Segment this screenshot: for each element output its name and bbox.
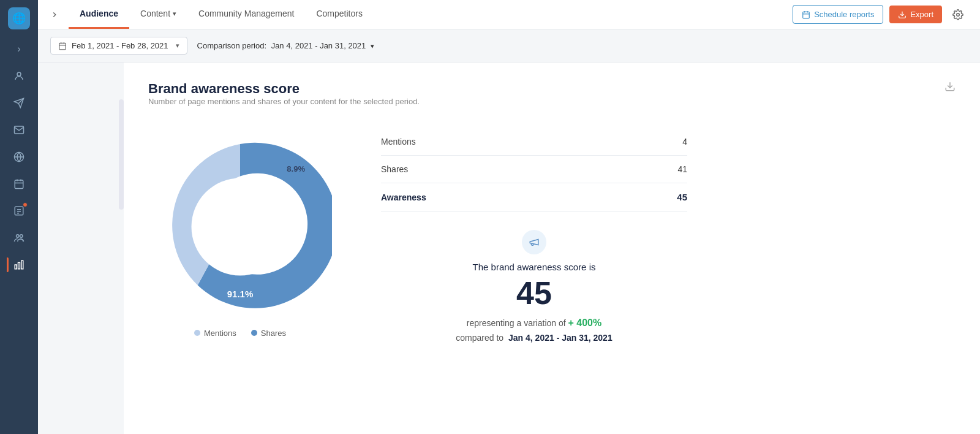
svg-rect-25 — [59, 43, 66, 50]
comparison-chevron-icon[interactable]: ▾ — [371, 42, 374, 50]
svg-rect-6 — [15, 180, 23, 189]
svg-point-15 — [20, 235, 23, 238]
left-panel — [38, 63, 124, 434]
sidebar-item-calendar[interactable] — [7, 172, 31, 196]
shares-value: 41 — [677, 164, 687, 174]
tab-content[interactable]: Content ▾ — [129, 0, 187, 29]
shares-legend-label: Shares — [261, 329, 286, 338]
schedule-reports-button[interactable]: Schedule reports — [793, 5, 883, 24]
donut-shares-label: 91.1% — [227, 289, 254, 299]
sidebar-item-analytics[interactable] — [7, 253, 31, 277]
date-range-value: Feb 1, 2021 - Feb 28, 2021 — [72, 41, 168, 50]
awareness-score-value: 45 — [381, 277, 687, 309]
variation-prefix: representing a variation of — [467, 318, 566, 328]
schedule-reports-label: Schedule reports — [814, 10, 874, 19]
svg-point-0 — [17, 72, 21, 76]
export-button[interactable]: Export — [889, 6, 942, 23]
tab-competitors[interactable]: Competitors — [305, 0, 373, 29]
date-picker-chevron-icon: ▾ — [176, 42, 179, 50]
comparison-text: compared to Jan 4, 2021 - Jan 31, 2021 — [381, 331, 687, 345]
content-chevron-icon: ▾ — [173, 10, 176, 18]
donut-chart: 8.9% 91.1% — [148, 135, 332, 319]
awareness-score-title: The brand awareness score is — [381, 262, 687, 272]
chart-subtitle: Number of page mentions and shares of yo… — [148, 97, 420, 106]
donut-chart-wrapper: 8.9% 91.1% Mentions Shares — [148, 135, 332, 338]
sidebar: 🌐 › — [0, 0, 38, 434]
sidebar-item-globe[interactable] — [7, 145, 31, 169]
sidebar-item-profile[interactable] — [7, 64, 31, 88]
tab-audience[interactable]: Audience — [69, 0, 129, 29]
stat-row-mentions: Mentions 4 — [381, 128, 687, 156]
svg-rect-17 — [18, 262, 20, 269]
main-area: Audience Content ▾ Community Management … — [38, 0, 980, 434]
tab-community-management[interactable]: Community Management — [187, 0, 305, 29]
stat-row-shares: Shares 41 — [381, 156, 687, 183]
section-header: Brand awareness score Number of page men… — [148, 81, 956, 124]
awareness-label: Awareness — [381, 192, 426, 202]
megaphone-icon — [522, 230, 546, 254]
app-logo[interactable]: 🌐 — [8, 7, 30, 29]
svg-point-14 — [17, 235, 20, 238]
mentions-legend-label: Mentions — [204, 329, 236, 338]
chart-content: 8.9% 91.1% Mentions Shares — [148, 128, 956, 345]
sidebar-item-send[interactable] — [7, 91, 31, 115]
stats-panel: Mentions 4 Shares 41 Awareness 45 — [381, 128, 687, 345]
expand-icon: › — [17, 44, 20, 55]
mentions-label: Mentions — [381, 137, 416, 147]
top-nav: Audience Content ▾ Community Management … — [38, 0, 980, 29]
mentions-value: 4 — [682, 137, 687, 147]
svg-rect-16 — [15, 265, 17, 269]
download-icon[interactable] — [944, 81, 956, 94]
comparison-range: Jan 4, 2021 - Jan 31, 2021 — [271, 41, 366, 50]
variation-text: representing a variation of + 400% — [381, 315, 687, 331]
comparison-text-prefix: compared to — [456, 333, 503, 343]
notification-badge — [23, 202, 28, 207]
filter-bar: Feb 1, 2021 - Feb 28, 2021 ▾ Comparison … — [38, 29, 980, 63]
mentions-dot-icon — [194, 330, 200, 336]
svg-rect-19 — [803, 12, 810, 18]
svg-rect-18 — [21, 261, 23, 269]
comparison-period: Comparison period: Jan 4, 2021 - Jan 31,… — [197, 41, 374, 50]
awareness-summary: The brand awareness score is 45 represen… — [381, 230, 687, 345]
export-label: Export — [910, 10, 933, 19]
comparison-prefix: Comparison period: — [197, 41, 266, 50]
donut-center — [192, 178, 289, 275]
sidebar-item-inbox[interactable] — [7, 118, 31, 142]
donut-mentions-label: 8.9% — [287, 164, 305, 173]
sidebar-item-users[interactable] — [7, 226, 31, 250]
svg-point-24 — [957, 13, 960, 16]
chart-title: Brand awareness score — [148, 81, 420, 97]
shares-dot-icon — [251, 330, 257, 336]
section-title-area: Brand awareness score Number of page men… — [148, 81, 420, 124]
legend-mentions: Mentions — [194, 329, 236, 338]
nav-tabs: Audience Content ▾ Community Management … — [69, 0, 793, 29]
awareness-value: 45 — [677, 192, 687, 202]
chart-legend: Mentions Shares — [194, 329, 286, 338]
chart-section: Brand awareness score Number of page men… — [124, 63, 980, 434]
content-area: Brand awareness score Number of page men… — [38, 63, 980, 434]
settings-button[interactable] — [948, 5, 968, 25]
scroll-indicator — [119, 99, 124, 210]
legend-shares: Shares — [251, 329, 286, 338]
shares-label: Shares — [381, 164, 408, 174]
date-range-picker[interactable]: Feb 1, 2021 - Feb 28, 2021 ▾ — [50, 37, 187, 55]
sidebar-item-reports[interactable] — [7, 199, 31, 223]
sidebar-expand-btn[interactable]: › — [7, 37, 31, 61]
nav-expand-button[interactable] — [50, 0, 64, 29]
comparison-date-value: Jan 4, 2021 - Jan 31, 2021 — [508, 333, 612, 343]
stat-row-awareness: Awareness 45 — [381, 183, 687, 211]
logo-icon: 🌐 — [12, 12, 26, 25]
variation-percentage: + 400% — [568, 318, 602, 328]
nav-actions: Schedule reports Export — [793, 0, 968, 29]
